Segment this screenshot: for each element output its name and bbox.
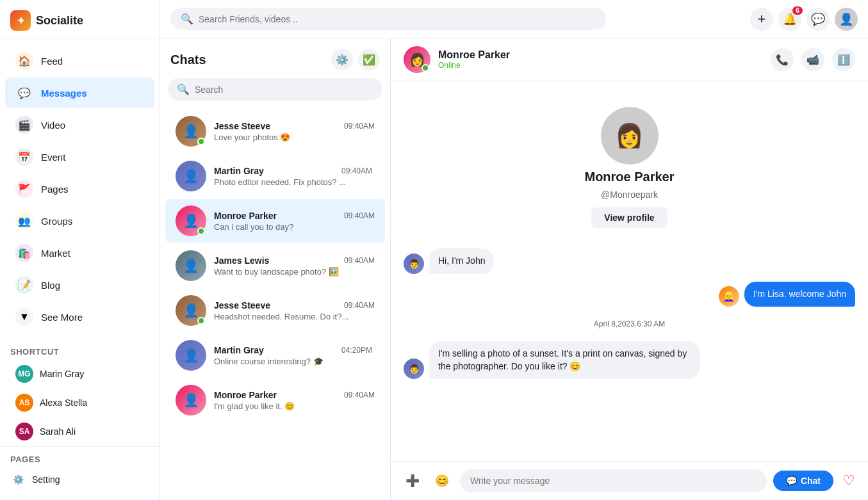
attach-button[interactable]: ➕: [401, 469, 424, 492]
user-avatar[interactable]: 👤: [835, 8, 858, 31]
sidebar-item-event[interactable]: 📅 Event: [5, 141, 154, 172]
sidebar-item-seemore[interactable]: ▼ See More: [5, 302, 154, 332]
chat-window: 👩 Monroe Parker Online 📞 📹 ℹ️ 👩 Monroe P…: [391, 38, 868, 500]
emoji-button[interactable]: 😊: [430, 469, 454, 492]
heart-button[interactable]: ♡: [840, 470, 858, 492]
shortcut-alexa-stella[interactable]: AS Alexa Stella: [5, 389, 154, 417]
setting-item[interactable]: ⚙️ Setting: [10, 467, 149, 492]
notification-button[interactable]: 🔔 6: [778, 8, 801, 31]
chats-settings-button[interactable]: ⚙️: [331, 49, 353, 70]
chat-item-martin2[interactable]: 👤 Martin Gray 04:20PM Online course inte…: [165, 334, 385, 377]
sidebar-item-pages[interactable]: 🚩 Pages: [5, 173, 154, 204]
chats-search-icon: 🔍: [177, 83, 190, 95]
chat-avatar-martin2: 👤: [176, 340, 206, 371]
chat-messages: 👩 Monroe Parker @Monroepark View profile…: [391, 81, 868, 461]
shortcut-name-sarah-ali: Sarah Ali: [40, 426, 76, 437]
logo-icon: ✦: [10, 10, 31, 31]
profile-card-avatar: 👩: [601, 107, 659, 165]
online-dot: [197, 138, 205, 145]
chat-avatar-monroe2: 👤: [176, 385, 206, 415]
chat-send-icon: 💬: [786, 476, 797, 486]
chat-item-james1[interactable]: 👤 James Lewis 09:40AM Want to buy landsc…: [165, 244, 385, 287]
shortcut-avatar-marin-gray: MG: [15, 365, 33, 383]
chat-name-james1: James Lewis: [214, 255, 269, 266]
messages-button[interactable]: 💬: [807, 8, 830, 31]
shortcut-sarah-ali[interactable]: SA Sarah Ali: [5, 417, 154, 446]
chat-avatar-wrap: 👤: [176, 340, 206, 371]
chats-search: 🔍: [160, 78, 390, 108]
shortcut-avatar-sarah-ali: SA: [15, 423, 33, 440]
message-row-received: 👨 Hi, I'm John: [404, 248, 855, 274]
search-input[interactable]: [199, 14, 596, 24]
chat-preview-jesse2: Headshot needed. Resume. Do it?...: [214, 312, 375, 321]
send-button[interactable]: 💬 Chat: [773, 471, 833, 491]
chat-time-james1: 09:40AM: [344, 256, 375, 265]
chat-item-jesse2[interactable]: 👤 Jesse Steeve 09:40AM Headshot needed. …: [165, 289, 385, 332]
app-name: Socialite: [36, 14, 83, 28]
chat-input-area: ➕ 😊 💬 Chat ♡: [391, 461, 868, 500]
chat-avatar-wrap: 👤: [176, 385, 206, 415]
chats-search-input[interactable]: [195, 85, 373, 95]
chat-item-monroe2[interactable]: 👤 Monroe Parker 09:40AM I'm glad you lik…: [165, 378, 385, 422]
event-icon: 📅: [15, 148, 33, 166]
message-bubble-long: I'm selling a photo of a sunset. It's a …: [429, 341, 700, 379]
view-profile-button[interactable]: View profile: [591, 207, 667, 228]
chats-actions: ⚙️ ✅: [331, 49, 380, 70]
setting-label: Setting: [32, 474, 60, 485]
sidebar: ✦ Socialite 🏠 Feed 💬 Messages 🎬 Video 📅 …: [0, 0, 160, 500]
chat-header-info: Monroe Parker Online: [438, 49, 763, 70]
chat-item-martin1[interactable]: 👤 Martin Gray 09:40AM Photo editor neede…: [165, 154, 385, 198]
sidebar-item-blog[interactable]: 📝 Blog: [5, 270, 154, 300]
sidebar-item-groups[interactable]: 👥 Groups: [5, 206, 154, 236]
feed-label: Feed: [41, 56, 63, 67]
message-row-sent: I'm Lisa. welcome John 👱‍♀️: [404, 282, 855, 307]
sidebar-header: ✦ Socialite: [0, 0, 160, 39]
shortcut-marin-gray[interactable]: MG Marin Gray: [5, 360, 154, 388]
chat-name-jesse2: Jesse Steeve: [214, 300, 270, 310]
profile-card-handle: @Monroepark: [601, 190, 658, 200]
message-bubble-sent: I'm Lisa. welcome John: [744, 282, 855, 307]
shortcut-name-alexa-stella: Alexa Stella: [40, 398, 87, 408]
chat-name-monroe1: Monroe Parker: [214, 211, 277, 221]
search-bar[interactable]: 🔍: [170, 8, 606, 30]
chat-info-monroe1: Monroe Parker 09:40AM Can i call you to …: [214, 211, 375, 232]
chat-info-james1: James Lewis 09:40AM Want to buy landscap…: [214, 255, 375, 277]
message-row-long: 👨 I'm selling a photo of a sunset. It's …: [404, 341, 855, 379]
notification-badge: 6: [792, 6, 803, 15]
own-avatar: 👱‍♀️: [719, 286, 739, 307]
messages-icon: 💬: [15, 84, 33, 102]
chat-preview-martin1: Photo editor needed. Fix photos? ...: [214, 177, 375, 187]
sidebar-item-feed[interactable]: 🏠 Feed: [5, 45, 154, 76]
chat-item-monroe1[interactable]: 👤 Monroe Parker 09:40AM Can i call you t…: [165, 199, 385, 243]
add-button[interactable]: +: [750, 8, 773, 31]
chat-info-martin1: Martin Gray 09:40AM Photo editor needed.…: [214, 166, 375, 187]
profile-card: 👩 Monroe Parker @Monroepark View profile: [404, 94, 855, 241]
chat-icon: 💬: [811, 12, 825, 26]
chats-panel: Chats ⚙️ ✅ 🔍 👤 Jesse Steeve 09:40AM: [160, 38, 391, 500]
chat-preview-monroe1: Can i call you to day?: [214, 222, 375, 232]
chats-compose-button[interactable]: ✅: [358, 49, 380, 70]
sidebar-item-messages[interactable]: 💬 Messages: [5, 77, 154, 108]
groups-label: Groups: [41, 216, 72, 227]
video-call-button[interactable]: 📹: [801, 48, 824, 71]
sidebar-footer: Pages ⚙️ Setting: [0, 446, 160, 500]
sender-avatar: 👨: [404, 254, 424, 274]
info-button[interactable]: ℹ️: [832, 48, 855, 71]
messages-label: Messages: [41, 88, 87, 99]
sidebar-item-market[interactable]: 🛍️ Market: [5, 238, 154, 268]
chat-time-martin1: 09:40AM: [341, 166, 375, 175]
shortcut-section-label: Shortcut: [0, 342, 160, 359]
chat-time-jesse1: 09:40AM: [344, 122, 375, 131]
chat-item-jesse1[interactable]: 👤 Jesse Steeve 09:40AM Love your photos …: [165, 109, 385, 153]
online-dot: [197, 317, 205, 325]
chats-search-inner[interactable]: 🔍: [168, 78, 382, 101]
chats-title: Chats: [170, 52, 206, 67]
call-button[interactable]: 📞: [771, 48, 794, 71]
online-indicator: [422, 64, 429, 72]
sidebar-item-video[interactable]: 🎬 Video: [5, 109, 154, 140]
chat-info-martin2: Martin Gray 04:20PM Online course intere…: [214, 345, 375, 366]
groups-icon: 👥: [15, 212, 33, 230]
message-input[interactable]: [460, 469, 767, 492]
feed-icon: 🏠: [15, 52, 33, 70]
setting-icon: ⚙️: [10, 472, 26, 487]
